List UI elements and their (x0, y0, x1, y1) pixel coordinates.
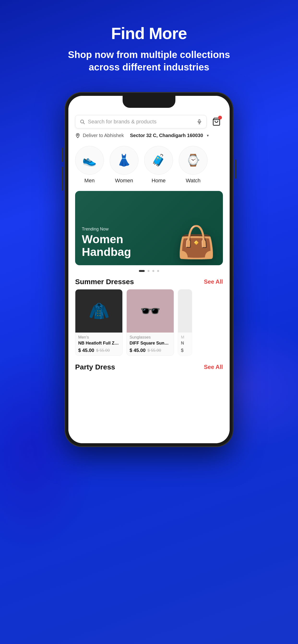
summer-dresses-products: 🧥 Men's NB Heatloft Full Zip... $ 45.00 … (68, 289, 230, 360)
summer-dresses-see-all[interactable]: See All (204, 278, 223, 285)
product-category-1: Men's (78, 335, 119, 340)
svg-point-6 (77, 134, 78, 135)
banner-dot-3 (152, 270, 154, 272)
category-label-home: Home (152, 178, 166, 184)
delivery-prefix: Deliver to Abhishek (83, 133, 124, 138)
product-info-3: M N $ (178, 332, 192, 356)
banner-title-line2: Handbag (82, 246, 131, 258)
page-subheadline: Shop now from multiple collections acros… (58, 48, 240, 73)
banner-text: Trending Now Women Handbag (82, 227, 131, 258)
category-item-women[interactable]: 👗 Women (110, 146, 138, 184)
delivery-address: Sector 32 C, Chandigarh 160030 (130, 133, 203, 138)
phone-frame: Search for brands & products (65, 92, 233, 446)
delivery-bar[interactable]: Deliver to Abhishek Sector 32 C, Chandig… (68, 128, 230, 142)
banner-title-line1: Women (82, 233, 131, 246)
product-price-3: $ (181, 348, 189, 353)
product-card-1[interactable]: 🧥 Men's NB Heatloft Full Zip... $ 45.00 … (75, 289, 123, 356)
cart-badge (218, 116, 222, 120)
category-label-watch: Watch (186, 178, 201, 184)
banner-dot-1 (139, 270, 145, 272)
location-icon (75, 133, 80, 138)
category-circle-home: 🧳 (144, 146, 173, 175)
product-image-3 (178, 290, 192, 332)
phone-screen-inner: Search for brands & products (68, 96, 230, 443)
men-icon: 👟 (82, 154, 97, 167)
category-item-men[interactable]: 👟 Men (75, 146, 104, 184)
promo-banner[interactable]: Trending Now Women Handbag 👜 (75, 191, 223, 265)
phone-notch (123, 96, 175, 108)
product-info-1: Men's NB Heatloft Full Zip... $ 45.00 $ … (75, 332, 122, 356)
product-card-3[interactable]: M N $ (178, 289, 192, 356)
banner-dots (68, 270, 230, 272)
svg-line-1 (83, 123, 84, 124)
product-emoji-1: 🧥 (89, 301, 109, 321)
product-current-price-3: $ (181, 348, 184, 353)
phone-power-button (235, 160, 236, 179)
page-headline: Find More (111, 24, 187, 43)
banner-bag-icon: 👜 (177, 224, 216, 260)
delivery-chevron-icon: ▾ (207, 133, 209, 138)
product-price-2: $ 45.00 $ 55.00 (129, 348, 171, 353)
product-name-1: NB Heatloft Full Zip... (78, 341, 119, 346)
product-old-price-1: $ 55.00 (96, 348, 110, 353)
banner-dot-4 (157, 270, 159, 272)
product-current-price-1: $ 45.00 (78, 348, 94, 353)
cart-button[interactable] (210, 115, 223, 128)
search-bar-container[interactable]: Search for brands & products (75, 115, 207, 128)
product-name-2: DIFF Square Sunglasses... (129, 341, 171, 346)
search-input[interactable]: Search for brands & products (88, 118, 194, 125)
category-item-watch[interactable]: ⌚ Watch (179, 146, 208, 184)
categories-row: 👟 Men 👗 Women 🧳 Home (68, 142, 230, 186)
home-icon: 🧳 (152, 154, 166, 167)
banner-dot-2 (147, 270, 150, 272)
svg-rect-2 (199, 120, 200, 122)
party-dress-see-all[interactable]: See All (204, 364, 223, 370)
banner-trending-label: Trending Now (82, 227, 131, 232)
product-category-2: Sunglasses (129, 335, 171, 340)
women-icon: 👗 (117, 154, 131, 167)
product-emoji-2: 🕶️ (140, 301, 161, 321)
phone-volume-up-button (62, 148, 63, 162)
category-label-women: Women (115, 178, 133, 184)
product-card-2[interactable]: 🕶️ Sunglasses DIFF Square Sunglasses... … (126, 289, 174, 356)
search-icon (80, 119, 85, 124)
category-circle-women: 👗 (110, 146, 138, 175)
banner-title: Women Handbag (82, 233, 131, 258)
category-circle-watch: ⌚ (179, 146, 208, 175)
mic-icon (197, 119, 202, 124)
summer-dresses-header: Summer Dresses See All (68, 274, 230, 289)
product-price-1: $ 45.00 $ 55.00 (78, 348, 119, 353)
phone-screen: Search for brands & products (68, 96, 230, 443)
phone-volume-down-button (62, 167, 63, 191)
product-image-2: 🕶️ (127, 290, 174, 332)
watch-icon: ⌚ (186, 154, 200, 167)
category-item-home[interactable]: 🧳 Home (144, 146, 173, 184)
summer-dresses-title: Summer Dresses (75, 278, 134, 286)
product-image-1: 🧥 (75, 290, 122, 332)
category-circle-men: 👟 (75, 146, 104, 175)
party-dress-header: Party Dress See All (68, 360, 230, 374)
product-category-3: M (181, 335, 189, 340)
category-label-men: Men (84, 178, 95, 184)
product-current-price-2: $ 45.00 (129, 348, 146, 353)
product-info-2: Sunglasses DIFF Square Sunglasses... $ 4… (127, 332, 174, 356)
product-old-price-2: $ 55.00 (147, 348, 161, 353)
product-name-3: N (181, 341, 189, 346)
party-dress-title: Party Dress (75, 363, 115, 371)
